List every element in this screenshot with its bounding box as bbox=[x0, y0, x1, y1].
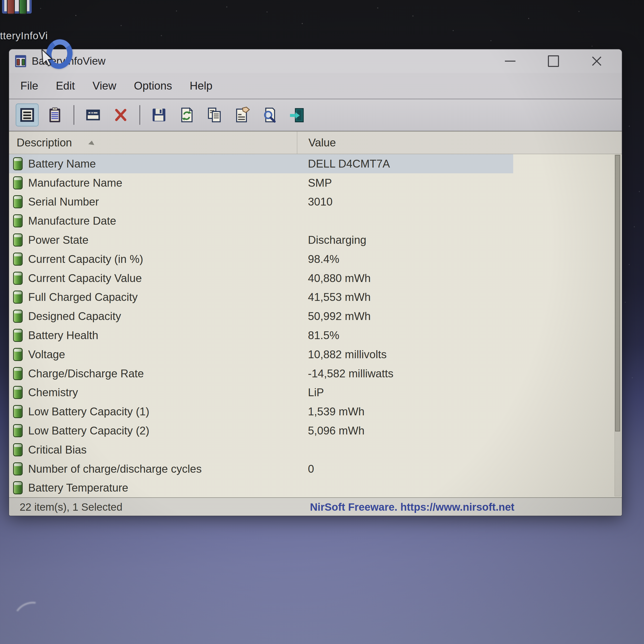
row-description: Manufacture Name bbox=[28, 177, 297, 189]
list-row[interactable]: Critical Bias bbox=[9, 440, 622, 459]
battery-row-icon bbox=[13, 214, 23, 227]
column-header-description-label: Description bbox=[17, 136, 72, 149]
toolbar-separator bbox=[73, 105, 75, 125]
list-row[interactable]: Chemistry LiP bbox=[9, 383, 622, 402]
row-description: Current Capacity Value bbox=[28, 272, 297, 285]
row-value: 5,096 mWh bbox=[297, 424, 365, 437]
battery-row-icon bbox=[13, 443, 23, 456]
maximize-icon bbox=[548, 55, 559, 67]
row-description: Designed Capacity bbox=[28, 310, 297, 323]
row-description: Battery Health bbox=[28, 329, 297, 342]
list-row[interactable]: Serial Number 3010 bbox=[9, 192, 622, 212]
battery-row-icon bbox=[13, 253, 23, 266]
delete-icon bbox=[112, 107, 129, 123]
scrollbar-thumb[interactable] bbox=[615, 155, 620, 431]
battery-row-icon bbox=[13, 367, 23, 380]
close-icon bbox=[591, 56, 602, 67]
find-icon bbox=[261, 107, 278, 123]
battery-row-icon bbox=[13, 405, 23, 418]
title-bar[interactable]: BatteryInfoView bbox=[9, 49, 622, 73]
row-value: 1,539 mWh bbox=[297, 405, 365, 418]
toolbar bbox=[9, 99, 622, 131]
sort-ascending-icon bbox=[88, 140, 95, 145]
row-description: Battery Name bbox=[28, 157, 297, 170]
row-value: SMP bbox=[297, 177, 332, 189]
row-value: 0 bbox=[297, 463, 314, 475]
row-value: LiP bbox=[297, 386, 324, 399]
desktop: { "desktop": { "shortcut_label": "tteryI… bbox=[0, 0, 644, 644]
toolbar-find-button[interactable] bbox=[258, 103, 281, 127]
exit-icon bbox=[289, 107, 306, 123]
battery-row-icon bbox=[13, 348, 23, 361]
cursor-arrow-icon bbox=[41, 49, 53, 68]
battery-row-icon bbox=[13, 386, 23, 399]
row-description: Charge/Discharge Rate bbox=[28, 367, 297, 380]
row-description: Low Battery Capacity (2) bbox=[28, 424, 297, 437]
row-description: Manufacture Date bbox=[28, 215, 297, 227]
toolbar-choose-columns-button[interactable] bbox=[82, 103, 105, 127]
row-value: 40,880 mWh bbox=[297, 272, 371, 285]
report-view-icon bbox=[19, 107, 35, 123]
list-row[interactable]: Full Charged Capacity 41,553 mWh bbox=[9, 288, 622, 307]
toolbar-clipboard-button[interactable] bbox=[43, 103, 66, 127]
menu-item-view[interactable]: View bbox=[84, 73, 125, 99]
row-value: -14,582 milliwatts bbox=[297, 367, 393, 380]
maximize-button[interactable] bbox=[546, 54, 561, 69]
minimize-button[interactable] bbox=[503, 54, 518, 69]
list-row[interactable]: Battery Health 81.5% bbox=[9, 326, 622, 345]
column-header-value-label: Value bbox=[308, 136, 336, 149]
toolbar-report-view-button[interactable] bbox=[16, 103, 39, 127]
list-header: Description Value bbox=[9, 132, 622, 154]
battery-row-icon bbox=[13, 424, 23, 437]
row-description: Full Charged Capacity bbox=[28, 291, 297, 303]
green-battery-glyph bbox=[19, 0, 27, 14]
minimize-icon bbox=[505, 61, 515, 62]
status-bar: 22 item(s), 1 Selected NirSoft Freeware.… bbox=[9, 497, 622, 516]
battery-row-icon bbox=[13, 291, 23, 304]
menu-item-help[interactable]: Help bbox=[181, 73, 221, 99]
list-row[interactable]: Charge/Discharge Rate -14,582 milliwatts bbox=[9, 364, 622, 383]
list-row[interactable]: Designed Capacity 50,992 mWh bbox=[9, 307, 622, 326]
list-row[interactable]: Battery Temperature bbox=[9, 478, 622, 498]
battery-info-list: Description Value Battery Name DELL D4CM… bbox=[9, 131, 622, 497]
menu-item-options[interactable]: Options bbox=[125, 73, 181, 99]
busy-cursor bbox=[40, 35, 81, 81]
toolbar-properties-button[interactable] bbox=[230, 103, 254, 127]
list-row[interactable]: Manufacture Name SMP bbox=[9, 173, 622, 192]
battery-row-icon bbox=[13, 272, 23, 285]
toolbar-refresh-button[interactable] bbox=[175, 103, 198, 127]
menu-bar: FileEditViewOptionsHelp bbox=[9, 73, 622, 99]
status-nirsoft-link[interactable]: NirSoft Freeware. https://www.nirsoft.ne… bbox=[310, 501, 514, 513]
row-value: 41,553 mWh bbox=[297, 291, 371, 303]
red-battery-glyph bbox=[17, 59, 20, 65]
list-row[interactable]: Battery Name DELL D4CMT7A bbox=[9, 154, 622, 173]
toolbar-delete-button[interactable] bbox=[109, 103, 132, 127]
wallpaper-stars bbox=[0, 0, 1, 1]
column-header-description[interactable]: Description bbox=[9, 132, 297, 154]
list-row[interactable]: Manufacture Date bbox=[9, 211, 622, 230]
row-description: Battery Temperature bbox=[28, 481, 297, 494]
save-icon bbox=[151, 107, 167, 123]
row-value: 3010 bbox=[297, 195, 333, 208]
battery-row-icon bbox=[13, 329, 23, 342]
toolbar-copy-button[interactable] bbox=[203, 103, 226, 127]
battery-row-icon bbox=[13, 233, 23, 247]
app-icon bbox=[15, 55, 26, 67]
row-value: 98.4% bbox=[297, 253, 339, 265]
column-header-value[interactable]: Value bbox=[297, 132, 622, 154]
list-row[interactable]: Current Capacity (in %) 98.4% bbox=[9, 250, 622, 269]
toolbar-save-button[interactable] bbox=[147, 103, 171, 127]
close-button[interactable] bbox=[589, 54, 604, 69]
batteryinfoview-shortcut-icon bbox=[2, 0, 32, 14]
toolbar-exit-button[interactable] bbox=[286, 103, 309, 127]
refresh-icon bbox=[178, 107, 195, 123]
list-row[interactable]: Number of charge/discharge cycles 0 bbox=[9, 459, 622, 478]
list-row[interactable]: Low Battery Capacity (2) 5,096 mWh bbox=[9, 421, 622, 440]
list-row[interactable]: Current Capacity Value 40,880 mWh bbox=[9, 269, 622, 288]
row-description: Number of charge/discharge cycles bbox=[28, 463, 297, 475]
list-row[interactable]: Low Battery Capacity (1) 1,539 mWh bbox=[9, 402, 622, 421]
list-row[interactable]: Power State Discharging bbox=[9, 230, 622, 250]
list-row[interactable]: Voltage 10,882 millivolts bbox=[9, 345, 622, 364]
copy-icon bbox=[206, 107, 223, 123]
vertical-scrollbar[interactable] bbox=[615, 155, 621, 496]
